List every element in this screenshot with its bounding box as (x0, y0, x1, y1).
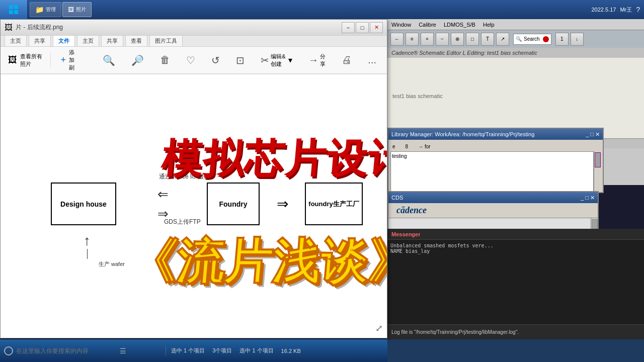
cadence-maximize-btn[interactable]: □ (585, 195, 589, 201)
eda-btn-2[interactable]: ≡ (406, 33, 419, 46)
diagram-container: 模拟芯片设计 《流片浅谈》 通过device list报告 Design hou… (1, 74, 387, 338)
foundry-factory-box: foundry生产工厂 (305, 183, 363, 225)
svg-rect-3 (14, 10, 18, 14)
photo-viewer-controls: − □ ✕ (342, 22, 383, 33)
edit-create-label: 编辑&创建 (271, 53, 287, 68)
tab-home-1[interactable]: 主页 (5, 35, 27, 46)
photo-close-btn[interactable]: ✕ (370, 22, 383, 33)
up-arrow-line (87, 249, 88, 259)
taskbar-item-photo-viewer[interactable]: 🖼 照片 (62, 2, 92, 17)
tab-share-2[interactable]: 共享 (101, 35, 123, 46)
rotate-btn[interactable]: ↺ (208, 52, 223, 68)
more-icon: ... (368, 54, 376, 66)
eda-btn-4[interactable]: − (436, 33, 449, 46)
eda-search-box[interactable]: 🔍Search (513, 34, 551, 45)
photo-viewer-title-left: 🖼 片 - 后续流程.png (5, 23, 63, 32)
lib-maximize-btn[interactable]: □ (590, 131, 594, 138)
big-subtitle: 《流片浅谈》 (126, 230, 387, 295)
eda-ribbon: ← ≡ + − ⊕ □ T ↗ 🔍Search 1 ↓ (387, 30, 644, 48)
crop-btn[interactable]: ⊡ (233, 52, 248, 68)
lib-scroll-thumb[interactable] (595, 152, 601, 167)
eda-menu-calibre[interactable]: Calibre (419, 22, 436, 28)
eda-schematic-canvas: test1 bias schematic (387, 58, 644, 138)
eda-number-btn-2[interactable]: ↓ (571, 33, 584, 46)
lib-manager-titlebar: Library Manager: WorkArea: /home/tq/Trai… (388, 129, 603, 140)
help-icon[interactable]: ? (636, 6, 640, 14)
eda-btn-7[interactable]: T (481, 33, 494, 46)
lib-tree-item[interactable]: testing (392, 153, 592, 159)
eda-title-text: Cadence® Schematic Editor L Editing: tes… (387, 48, 644, 58)
delete-btn[interactable]: 🗑 (157, 52, 173, 68)
zoom-out-btn[interactable]: 🔎 (128, 52, 147, 68)
lib-minimize-btn[interactable]: _ (586, 131, 589, 138)
arrow-group-2: ⇒ (262, 183, 302, 225)
svg-text:test1 bias schematic: test1 bias schematic (392, 93, 443, 99)
eda-menu-ldmos[interactable]: LDMOS_S/B (444, 22, 475, 28)
tab-share[interactable]: 共享 (29, 35, 51, 46)
console-toolbar-bar: Messenger (387, 229, 644, 240)
eda-title-label: Cadence® Schematic Editor L Editing: tes… (391, 50, 537, 56)
up-arrow-group: ↑ (84, 233, 91, 259)
eda-btn-8[interactable]: ↗ (496, 33, 509, 46)
windows-taskbar: 📁 管理 🖼 照片 2022.5.17 Mr王 ? (0, 0, 644, 19)
cadence-logo-area: cādence (388, 203, 598, 218)
annotation-gds: GDS上传FTP (164, 218, 201, 226)
photo-content-area: 模拟芯片设计 《流片浅谈》 通过device list报告 Design hou… (1, 74, 387, 338)
photo-maximize-btn[interactable]: □ (356, 22, 369, 33)
print-btn[interactable]: 🖨 (339, 52, 355, 68)
eda-btn-6[interactable]: □ (466, 33, 479, 46)
search-input[interactable] (16, 347, 117, 354)
more-options-btn[interactable]: ... (365, 52, 379, 68)
lib-toolbar: e 8 → for (390, 142, 601, 151)
cadence-titlebar: CDS _ □ ✕ (388, 192, 598, 203)
status-item-4: 16.2 KB (281, 348, 301, 354)
share-btn[interactable]: → 分享 (305, 51, 329, 70)
favorite-btn[interactable]: ♡ (183, 52, 198, 68)
edit-create-btn[interactable]: ✂ 编辑&创建 ▾ (258, 51, 295, 70)
lib-close-btn[interactable]: ✕ (595, 131, 600, 138)
tab-file[interactable]: 文件 (53, 35, 75, 46)
big-title: 模拟芯片设计 (159, 132, 387, 187)
taskbar-item-file-explorer[interactable]: 📁 管理 (30, 2, 61, 17)
up-arrow-icon: ↑ (84, 233, 91, 249)
date-display: 2022.5.17 (591, 7, 616, 13)
add-btn[interactable]: + 添加副 (61, 49, 80, 71)
expand-icon[interactable]: ⤢ (375, 323, 383, 334)
search-menu-icon[interactable]: ☰ (120, 347, 126, 355)
foundry-label: Foundry (219, 200, 248, 208)
lib-edit-label: e (392, 144, 395, 149)
foundry-box: Foundry (207, 183, 260, 225)
annotation-wafer: 生产 wafer (99, 260, 125, 268)
lib-scrollbar[interactable] (594, 151, 601, 192)
photo-icon: 🖼 (5, 23, 13, 32)
photo-minimize-btn[interactable]: − (342, 22, 355, 33)
console-output: Unbalanced smashed mosfets vere... NAME … (387, 240, 644, 324)
add-label: 添加副 (69, 49, 79, 71)
eda-btn-5[interactable]: ⊕ (451, 33, 464, 46)
cadence-close-btn[interactable]: ✕ (590, 195, 595, 201)
svg-rect-1 (14, 5, 18, 9)
lib-manager-panel: Library Manager: WorkArea: /home/tq/Trai… (387, 128, 604, 193)
cadence-minimize-btn[interactable]: _ (581, 195, 584, 201)
tab-picture-tools[interactable]: 图片工具 (149, 35, 183, 46)
start-button[interactable] (0, 0, 28, 19)
lib-manager-title: Library Manager: WorkArea: /home/tq/Trai… (391, 131, 534, 137)
eda-number-btn-1[interactable]: 1 (555, 33, 569, 46)
view-all-photos-btn[interactable]: 🖼 查看所有照片 (8, 53, 51, 68)
eda-btn-3[interactable]: + (421, 33, 434, 46)
status-items: 选中 1 个项目 3个项目 选中 1 个项目 16.2 KB (166, 347, 306, 354)
eda-menu-help[interactable]: Help (483, 22, 495, 28)
console-line-1: Unbalanced smashed mosfets vere... (390, 243, 641, 248)
eda-menu-window[interactable]: Window (391, 22, 411, 28)
tab-view[interactable]: 查看 (125, 35, 147, 46)
lib-workspace-label: → for (418, 144, 430, 149)
eda-btn-1[interactable]: ← (390, 33, 404, 46)
tab-home-2[interactable]: 主页 (77, 35, 99, 46)
win-statusbar: ☰ 选中 1 个项目 3个项目 选中 1 个项目 16.2 KB (0, 339, 387, 362)
design-house-box: Design house (51, 183, 116, 225)
crop-icon: ⊡ (236, 54, 245, 66)
view-all-photos-label: 查看所有照片 (20, 53, 43, 68)
lib-view-label: 8 (406, 144, 409, 149)
zoom-in-btn[interactable]: 🔍 (100, 52, 118, 68)
cadence-title-label: CDS (391, 195, 403, 201)
